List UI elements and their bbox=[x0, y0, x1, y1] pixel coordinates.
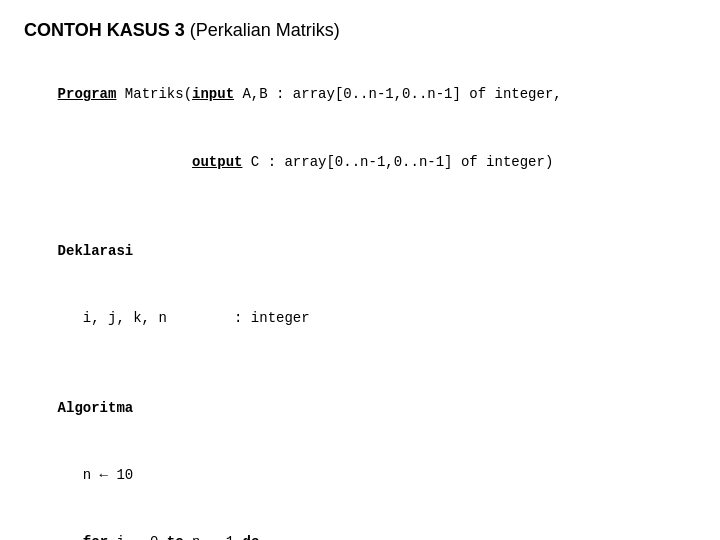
blank-line-2 bbox=[24, 352, 696, 374]
program-line-2: output C : array[0..n-1,0..n-1] of integ… bbox=[24, 128, 696, 195]
title-main: CONTOH KASUS 3 bbox=[24, 20, 185, 40]
kw-to-i: to bbox=[167, 534, 184, 540]
output-indent bbox=[58, 154, 192, 170]
deklarasi-label: Deklarasi bbox=[24, 218, 696, 285]
n-assign: n ← 10 bbox=[24, 442, 696, 509]
kw-program: Program bbox=[58, 86, 117, 102]
param-c: C : array[0..n-1,0..n-1] of integer) bbox=[242, 154, 553, 170]
deklarasi-vars: i, j, k, n : integer bbox=[24, 285, 696, 352]
code-block: Program Matriks(input A,B : array[0..n-1… bbox=[24, 61, 696, 540]
title-sub: (Perkalian Matriks) bbox=[190, 20, 340, 40]
kw-do-i: do bbox=[242, 534, 259, 540]
for-i-line: for i ← 0 to n - 1 do bbox=[24, 509, 696, 540]
program-line-1: Program Matriks(input A,B : array[0..n-1… bbox=[24, 61, 696, 128]
kw-for-i: for bbox=[83, 534, 108, 540]
kw-output: output bbox=[192, 154, 242, 170]
kw-input: input bbox=[192, 86, 234, 102]
blank-line-1 bbox=[24, 195, 696, 217]
param-ab: A,B : array[0..n-1,0..n-1] of integer, bbox=[234, 86, 562, 102]
program-name: Matriks( bbox=[116, 86, 192, 102]
title-section: CONTOH KASUS 3 (Perkalian Matriks) bbox=[24, 20, 696, 41]
kw-algoritma: Algoritma bbox=[58, 400, 134, 416]
kw-deklarasi: Deklarasi bbox=[58, 243, 134, 259]
algoritma-label: Algoritma bbox=[24, 374, 696, 441]
page-title: CONTOH KASUS 3 (Perkalian Matriks) bbox=[24, 20, 696, 41]
